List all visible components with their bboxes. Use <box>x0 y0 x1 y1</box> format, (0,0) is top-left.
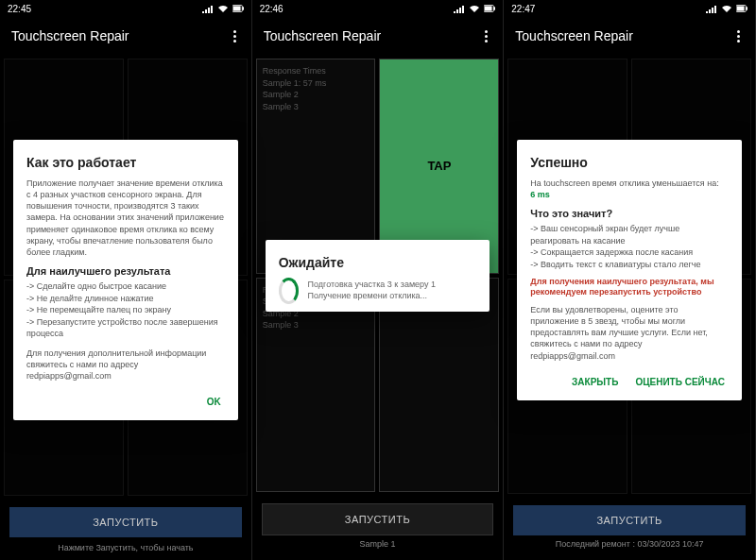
result-prefix: На touchscreen время отклика уменьшается… <box>530 178 718 188</box>
signal-icon <box>706 4 717 13</box>
status-time: 22:46 <box>260 4 284 14</box>
dialog-title: Успешно <box>530 155 729 170</box>
dialog-body: Приложение получает значение времени отк… <box>26 178 225 258</box>
launch-button[interactable]: ЗАПУСТИТЬ <box>262 503 494 535</box>
tip-3: -> Не перемещайте палец по экрану <box>26 304 225 316</box>
status-time: 22:47 <box>511 4 535 14</box>
spinner-row: Подготовка участка 3 к замеру 1 Получени… <box>279 278 477 304</box>
dialog-title: Как это работает <box>26 155 225 170</box>
bottom-area: ЗАПУСТИТЬ Последний ремонт : 03/30/2023 … <box>504 498 755 560</box>
status-bar: 22:47 <box>504 0 755 17</box>
rate-text: Если вы удовлетворены, оцените это прило… <box>530 304 729 362</box>
content-area: Как это работает Приложение получает зна… <box>0 55 251 500</box>
status-icons <box>202 4 244 13</box>
battery-icon <box>736 4 747 13</box>
bottom-area: ЗАПУСТИТЬ Sample 1 <box>252 496 504 560</box>
signal-icon <box>202 4 214 13</box>
app-bar: Touchscreen Repair <box>252 17 504 55</box>
cell-line-3: Sample 2 <box>263 89 369 101</box>
signal-icon <box>454 4 465 13</box>
content-area: Response Times Sample 1: 57 ms Sample 2 … <box>252 55 504 496</box>
restart-warning: Для получения наилучшего результата, мы … <box>530 277 729 298</box>
cell-info: Response Times Sample 1: 57 ms Sample 2 … <box>257 59 375 118</box>
app-bar: Touchscreen Repair <box>0 17 251 55</box>
rate-now-button[interactable]: ОЦЕНИТЬ СЕЙЧАС <box>631 371 729 393</box>
spinner-icon <box>279 278 299 304</box>
screen-3: 22:47 Touchscreen Repair Успешно На touc… <box>504 0 756 560</box>
ok-button[interactable]: OK <box>203 391 225 413</box>
svg-rect-2 <box>233 6 241 10</box>
status-time: 22:45 <box>8 4 31 14</box>
success-dialog: Успешно На touchscreen время отклика уме… <box>517 140 742 400</box>
dialog-actions: ЗАКРЫТЬ ОЦЕНИТЬ СЕЙЧАС <box>530 371 729 393</box>
screen-2: 22:46 Touchscreen Repair Response Times … <box>252 0 505 560</box>
spinner-text: Подготовка участка 3 к замеру 1 Получени… <box>308 280 477 301</box>
wifi-icon <box>217 4 229 13</box>
dialog-subtitle: Что это значит? <box>530 208 729 219</box>
svg-rect-5 <box>485 6 492 10</box>
screen-1: 22:45 Touchscreen Repair Как это работае… <box>0 0 252 560</box>
cell-line-4: Sample 3 <box>263 101 369 113</box>
tip-2: -> Не делайте длинное нажатие <box>26 293 225 305</box>
menu-icon[interactable] <box>733 26 744 46</box>
app-title: Touchscreen Repair <box>515 28 633 43</box>
status-bar: 22:45 <box>0 0 251 17</box>
waiting-dialog: Ожидайте Подготовка участка 3 к замеру 1… <box>266 240 490 312</box>
tap-label: TAP <box>427 159 451 173</box>
dialog-title: Ожидайте <box>279 255 477 270</box>
wifi-icon <box>469 4 480 13</box>
hint-text: Нажмите Запустить, чтобы начать <box>9 543 242 552</box>
cell-line-4: Sample 3 <box>263 319 369 331</box>
app-bar: Touchscreen Repair <box>504 17 755 55</box>
app-title: Touchscreen Repair <box>11 28 129 43</box>
battery-icon <box>232 4 244 13</box>
footer-text: Sample 1 <box>262 535 494 552</box>
how-it-works-dialog: Как это работает Приложение получает зна… <box>13 140 238 420</box>
dialog-actions: OK <box>26 391 225 413</box>
result-line: На touchscreen время отклика уменьшается… <box>530 178 729 200</box>
cell-line-2: Sample 1: 57 ms <box>263 77 369 90</box>
status-icons <box>706 4 747 13</box>
status-icons <box>454 4 495 13</box>
svg-rect-1 <box>242 7 244 9</box>
dialog-subtitle: Для наилучшего результата <box>26 265 225 277</box>
status-bar: 22:46 <box>252 0 504 17</box>
menu-icon[interactable] <box>230 26 240 46</box>
svg-rect-4 <box>494 7 496 9</box>
wifi-icon <box>721 4 732 13</box>
dialog-footer-text: Для получения дополнительной информации … <box>26 348 225 382</box>
launch-button[interactable]: ЗАПУСТИТЬ <box>9 507 242 537</box>
tip-1: -> Сделайте одно быстрое касание <box>26 280 225 293</box>
bottom-area: ЗАПУСТИТЬ Нажмите Запустить, чтобы начат… <box>0 500 251 560</box>
content-area: Успешно На touchscreen время отклика уме… <box>504 55 755 498</box>
benefit-1: -> Ваш сенсорный экран будет лучше реаги… <box>530 223 729 246</box>
svg-rect-8 <box>737 6 745 10</box>
benefit-3: -> Вводить текст с клавиатуры стало легч… <box>530 259 729 271</box>
tip-4: -> Перезапустите устройство после заверш… <box>26 316 225 340</box>
svg-rect-7 <box>746 7 747 9</box>
battery-icon <box>484 4 495 13</box>
app-title: Touchscreen Repair <box>264 28 382 43</box>
footer-text: Последний ремонт : 03/30/2023 10:47 <box>513 535 746 552</box>
menu-icon[interactable] <box>481 26 491 46</box>
launch-button[interactable]: ЗАПУСТИТЬ <box>513 505 746 535</box>
result-value: 6 ms <box>530 190 550 199</box>
cell-line-1: Response Times <box>263 65 369 77</box>
benefit-2: -> Сокращается задержка после касания <box>530 246 729 259</box>
close-button[interactable]: ЗАКРЫТЬ <box>568 371 622 393</box>
